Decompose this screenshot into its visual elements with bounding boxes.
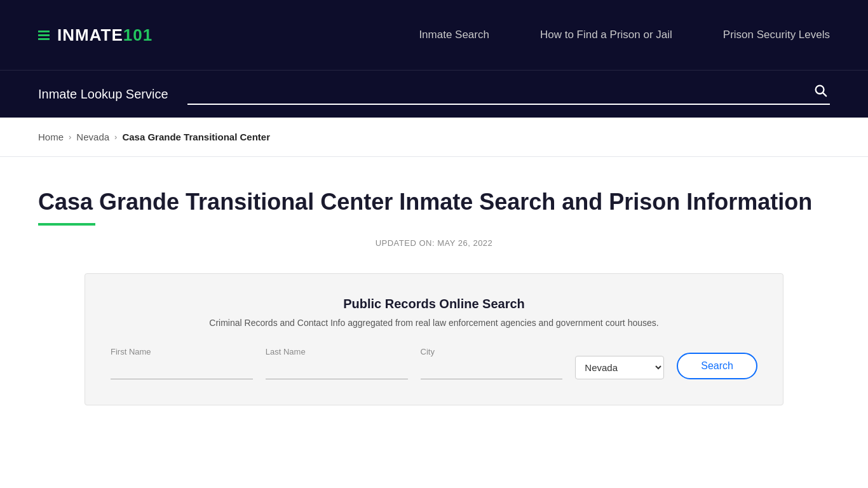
main-content: Casa Grande Transitional Center Inmate S… [0, 157, 868, 437]
logo-icon [38, 30, 50, 40]
state-field: Nevada Alabama Alaska Arizona California [575, 352, 664, 379]
breadcrumb-bar: Home › Nevada › Casa Grande Transitional… [0, 118, 868, 157]
breadcrumb: Home › Nevada › Casa Grande Transitional… [38, 132, 830, 142]
breadcrumb-current: Casa Grande Transitional Center [122, 132, 270, 142]
public-records-desc: Criminal Records and Contact Info aggreg… [111, 318, 757, 328]
city-input[interactable] [421, 360, 563, 379]
public-records-title: Public Records Online Search [111, 297, 757, 311]
search-bar-label: Inmate Lookup Service [38, 87, 168, 102]
last-name-field: Last Name [266, 347, 408, 379]
search-input-wrapper [187, 83, 830, 105]
city-field: City [421, 347, 563, 379]
page-title: Casa Grande Transitional Center Inmate S… [38, 189, 830, 215]
search-icon [813, 83, 827, 97]
nav-inmate-search[interactable]: Inmate Search [419, 29, 489, 41]
breadcrumb-home[interactable]: Home [38, 132, 64, 142]
search-button[interactable]: Search [677, 353, 757, 379]
nav-links: Inmate Search How to Find a Prison or Ja… [419, 29, 830, 41]
first-name-field: First Name [111, 347, 253, 379]
title-underline [38, 223, 95, 226]
svg-line-1 [823, 93, 826, 96]
chevron-icon-2: › [114, 132, 117, 142]
search-bar: Inmate Lookup Service [0, 70, 868, 118]
last-name-input[interactable] [266, 360, 408, 379]
search-icon-button[interactable] [811, 83, 830, 101]
top-navigation: INMATE101 Inmate Search How to Find a Pr… [0, 0, 868, 70]
nav-find-prison[interactable]: How to Find a Prison or Jail [540, 29, 672, 41]
search-input[interactable] [187, 86, 811, 98]
public-records-card: Public Records Online Search Criminal Re… [85, 273, 783, 405]
logo[interactable]: INMATE101 [38, 25, 153, 45]
breadcrumb-state[interactable]: Nevada [76, 132, 109, 142]
chevron-icon: › [69, 132, 71, 142]
logo-text: INMATE101 [57, 25, 153, 45]
nav-security-levels[interactable]: Prison Security Levels [723, 29, 830, 41]
first-name-label: First Name [111, 347, 253, 356]
public-records-form: First Name Last Name City Nevada Alabama… [111, 347, 757, 379]
first-name-input[interactable] [111, 360, 253, 379]
last-name-label: Last Name [266, 347, 408, 356]
updated-date: UPDATED ON: MAY 26, 2022 [38, 238, 830, 248]
city-label: City [421, 347, 563, 356]
state-select[interactable]: Nevada Alabama Alaska Arizona California [575, 356, 664, 379]
